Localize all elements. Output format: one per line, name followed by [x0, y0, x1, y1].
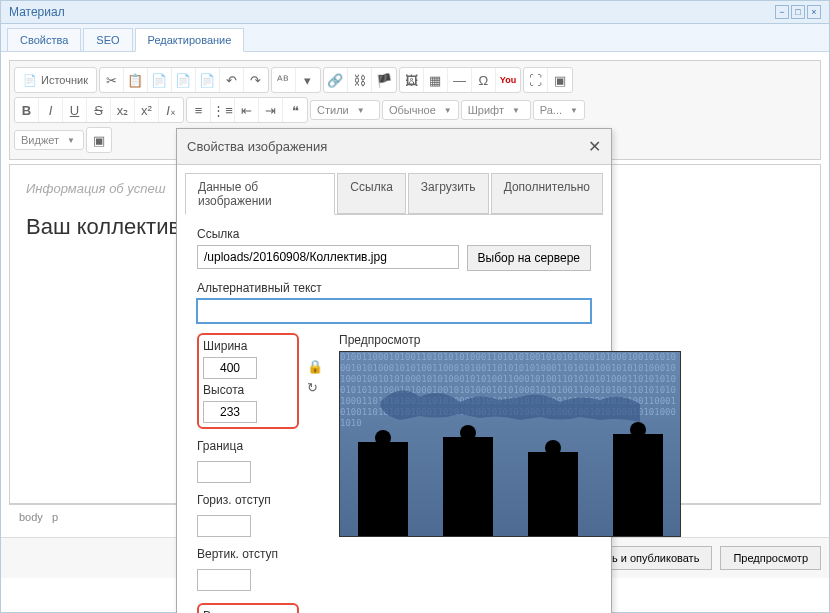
anchor-icon[interactable]: 🏴	[372, 68, 396, 92]
tab-edit[interactable]: Редактирование	[135, 28, 245, 52]
hspace-label: Гориз. отступ	[197, 493, 299, 507]
paste-text-icon[interactable]: 📄	[172, 68, 196, 92]
italic-icon[interactable]: I	[39, 98, 63, 122]
paste-word-icon[interactable]: 📄	[196, 68, 220, 92]
tab-seo[interactable]: SEO	[83, 28, 132, 51]
alt-input[interactable]	[197, 299, 591, 323]
border-input[interactable]	[197, 461, 251, 483]
image-properties-dialog: Свойства изображения ✕ Данные об изображ…	[176, 128, 612, 613]
font-select[interactable]: Шрифт▼	[461, 100, 531, 120]
widget-select[interactable]: Виджет▼	[14, 130, 84, 150]
cut-icon[interactable]: ✂	[100, 68, 124, 92]
dialog-title: Свойства изображения	[187, 139, 327, 154]
vspace-input[interactable]	[197, 569, 251, 591]
height-label: Высота	[203, 383, 293, 397]
titlebar: Материал − □ ×	[1, 1, 829, 24]
spellcheck-icon[interactable]: ᴬᴮ	[272, 68, 296, 92]
source-button[interactable]: 📄Источник	[15, 68, 96, 92]
strike-icon[interactable]: S	[87, 98, 111, 122]
close-button[interactable]: ×	[807, 5, 821, 19]
alt-label: Альтернативный текст	[197, 281, 591, 295]
preview-button[interactable]: Предпросмотр	[720, 546, 821, 570]
width-label: Ширина	[203, 339, 293, 353]
dialog-tab-link[interactable]: Ссылка	[337, 173, 405, 214]
hspace-input[interactable]	[197, 515, 251, 537]
server-browse-button[interactable]: Выбор на сервере	[467, 245, 591, 271]
blockquote-icon[interactable]: ❝	[283, 98, 307, 122]
border-label: Граница	[197, 439, 299, 453]
align-label: Выравнивание	[203, 609, 293, 613]
link-icon[interactable]: 🔗	[324, 68, 348, 92]
outdent-icon[interactable]: ⇤	[235, 98, 259, 122]
numberedlist-icon[interactable]: ≡	[187, 98, 211, 122]
url-label: Ссылка	[197, 227, 591, 241]
align-highlight: Выравнивание По левому	[197, 603, 299, 613]
image-icon[interactable]: 🖼	[400, 68, 424, 92]
minimize-button[interactable]: −	[775, 5, 789, 19]
window-title: Материал	[9, 5, 65, 19]
preview-label: Предпросмотр	[339, 333, 681, 347]
preview-image: 0100110001010011010101010001101010100101…	[340, 352, 680, 537]
main-tabs: Свойства SEO Редактирование	[1, 24, 829, 51]
hr-icon[interactable]: ―	[448, 68, 472, 92]
bulletedlist-icon[interactable]: ⋮≡	[211, 98, 235, 122]
copy-icon[interactable]: 📋	[124, 68, 148, 92]
unlink-icon[interactable]: ⛓	[348, 68, 372, 92]
styles-select[interactable]: Стили▼	[310, 100, 380, 120]
dimensions-highlight: Ширина Высота	[197, 333, 299, 429]
chevron-down-icon[interactable]: ▾	[296, 68, 320, 92]
vspace-label: Вертик. отступ	[197, 547, 299, 561]
tab-properties[interactable]: Свойства	[7, 28, 81, 51]
bold-icon[interactable]: B	[15, 98, 39, 122]
widget-action-icon[interactable]: ▣	[87, 128, 111, 152]
width-input[interactable]	[203, 357, 257, 379]
maximize-icon[interactable]: ⛶	[524, 68, 548, 92]
table-icon[interactable]: ▦	[424, 68, 448, 92]
dialog-close-icon[interactable]: ✕	[588, 137, 601, 156]
status-body[interactable]: body	[19, 511, 43, 523]
specialchar-icon[interactable]: Ω	[472, 68, 496, 92]
dialog-tab-data[interactable]: Данные об изображении	[185, 173, 335, 215]
url-input[interactable]	[197, 245, 459, 269]
showblocks-icon[interactable]: ▣	[548, 68, 572, 92]
size-select[interactable]: Ра...▼	[533, 100, 585, 120]
indent-icon[interactable]: ⇥	[259, 98, 283, 122]
redo-icon[interactable]: ↷	[244, 68, 268, 92]
superscript-icon[interactable]: x²	[135, 98, 159, 122]
subscript-icon[interactable]: x₂	[111, 98, 135, 122]
removeformat-icon[interactable]: Iₓ	[159, 98, 183, 122]
paste-icon[interactable]: 📄	[148, 68, 172, 92]
maximize-button[interactable]: □	[791, 5, 805, 19]
status-p[interactable]: p	[52, 511, 58, 523]
undo-icon[interactable]: ↶	[220, 68, 244, 92]
height-input[interactable]	[203, 401, 257, 423]
format-select[interactable]: Обычное▼	[382, 100, 459, 120]
dialog-tab-advanced[interactable]: Дополнительно	[491, 173, 603, 214]
lock-icon[interactable]: 🔒	[307, 359, 323, 374]
dialog-tab-upload[interactable]: Загрузить	[408, 173, 489, 214]
underline-icon[interactable]: U	[63, 98, 87, 122]
youtube-icon[interactable]: You	[496, 68, 520, 92]
reset-icon[interactable]: ↻	[307, 380, 323, 395]
preview-box: 0100110001010011010101010001101010100101…	[339, 351, 681, 537]
